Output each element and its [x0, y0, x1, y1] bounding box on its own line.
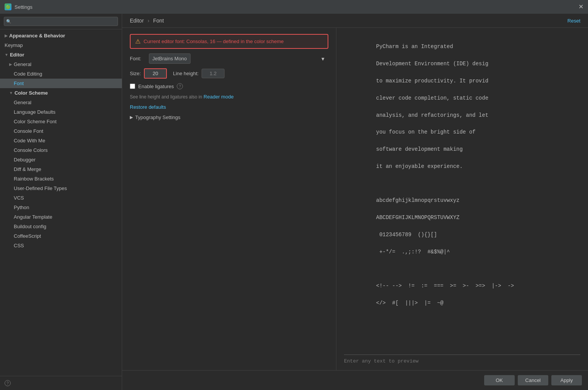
sidebar-item-console-font[interactable]: Console Font: [0, 126, 122, 136]
preview-text: PyCharm is an Integrated Development Env…: [344, 34, 580, 351]
sidebar-item-angular-template[interactable]: Angular Template: [0, 212, 122, 222]
breadcrumb-font: Font: [153, 18, 164, 24]
preview-input[interactable]: [344, 358, 580, 364]
sidebar-item-code-editing[interactable]: Code Editing: [0, 69, 122, 79]
preview-bottom: [344, 355, 580, 364]
font-label: Font:: [130, 56, 145, 61]
preview-line1: PyCharm is an Integrated: [376, 44, 453, 50]
title-bar: 🟢 Settings ✕: [0, 0, 588, 14]
size-input[interactable]: [144, 68, 167, 79]
preview-line15: <!-- --> != := === >= >- >=> |-> ->: [376, 283, 514, 289]
title-bar-left: 🟢 Settings: [5, 3, 32, 10]
preview-line4: clever code completion, static code: [376, 95, 488, 101]
sidebar-item-appearance[interactable]: ▶ Appearance & Behavior: [0, 31, 122, 40]
main-container: 🔍 ▶ Appearance & Behavior Keymap ▼ Edito…: [0, 14, 588, 390]
size-row: Size: Line height:: [130, 68, 328, 79]
preview-line7: software development making: [376, 146, 463, 152]
sidebar-item-keymap[interactable]: Keymap: [0, 40, 122, 50]
sidebar-item-debugger[interactable]: Debugger: [0, 155, 122, 164]
sidebar-item-console-colors[interactable]: Console Colors: [0, 145, 122, 155]
ligatures-row: Enable ligatures ?: [130, 83, 328, 89]
sidebar-item-css[interactable]: CSS: [0, 241, 122, 250]
sidebar-item-editor[interactable]: ▼ Editor: [0, 50, 122, 60]
sidebar-item-color-scheme[interactable]: ▼ Color Scheme: [0, 88, 122, 98]
sidebar: 🔍 ▶ Appearance & Behavior Keymap ▼ Edito…: [0, 14, 122, 390]
window-title: Settings: [15, 4, 32, 10]
reader-mode-link[interactable]: Reader mode: [204, 94, 234, 100]
preview-line10: abcdefghijklmnopqrstuvwxyz: [376, 197, 459, 203]
sidebar-item-buildout-config[interactable]: Buildout config: [0, 222, 122, 231]
preview-line2: Development Environment (IDE) desig: [376, 61, 488, 67]
sidebar-item-coffeescript[interactable]: CoffeeScript: [0, 231, 122, 241]
chevron-down-icon: ▼: [9, 91, 13, 95]
sidebar-content: ▶ Appearance & Behavior Keymap ▼ Editor …: [0, 29, 122, 376]
preview-area: PyCharm is an Integrated Development Env…: [336, 28, 588, 370]
search-wrapper: 🔍: [4, 17, 118, 26]
search-icon: 🔍: [6, 19, 11, 24]
preview-line3: to maximize productivity. It provid: [376, 78, 488, 84]
content-area: Editor › Font Reset ⚠ Current editor fon…: [122, 14, 588, 390]
breadcrumb: Editor › Font: [130, 18, 164, 24]
hint-row: See line height and ligatures also in Re…: [130, 94, 328, 100]
sidebar-item-color-scheme-general[interactable]: General: [0, 98, 122, 107]
sidebar-item-general[interactable]: ▶ General: [0, 60, 122, 69]
close-button[interactable]: ✕: [578, 4, 583, 10]
restore-row: Restore defaults: [130, 104, 328, 110]
settings-panel: ⚠ Current editor font: Consolas, 16 — de…: [122, 28, 336, 370]
preview-line13: +-*/= .,;:!? #&$%@|^: [376, 249, 450, 255]
apply-button[interactable]: Apply: [551, 375, 582, 385]
sidebar-item-user-defined-file-types[interactable]: User-Defined File Types: [0, 184, 122, 193]
font-select-wrapper: JetBrains Mono Consolas Courier New Fira…: [149, 53, 328, 64]
restore-defaults-link[interactable]: Restore defaults: [130, 104, 166, 110]
font-select[interactable]: JetBrains Mono Consolas Courier New Fira…: [149, 53, 191, 64]
sidebar-item-font[interactable]: Font: [0, 79, 122, 88]
typography-section[interactable]: ▶ Typography Settings: [130, 114, 328, 120]
search-input[interactable]: [4, 17, 118, 26]
ligatures-help-icon[interactable]: ?: [177, 83, 183, 89]
dropdown-arrow-icon: ▼: [320, 56, 325, 61]
line-height-label: Line height:: [173, 71, 199, 76]
chevron-right-icon: ▶: [5, 34, 8, 38]
content-header: Editor › Font Reset: [122, 14, 588, 28]
line-height-group: Line height:: [173, 69, 225, 78]
preview-line6: you focus on the bright side of: [376, 129, 475, 135]
preview-line11: ABCDEFGHIJKLMNOPQRSTUVWXYZ: [376, 214, 459, 221]
breadcrumb-separator: ›: [147, 18, 149, 24]
search-box: 🔍: [0, 14, 122, 29]
app-icon: 🟢: [5, 3, 11, 10]
sidebar-item-code-with-me[interactable]: Code With Me: [0, 136, 122, 145]
size-group: Size:: [130, 68, 167, 79]
font-row: Font: JetBrains Mono Consolas Courier Ne…: [130, 53, 328, 64]
sidebar-item-diff-merge[interactable]: Diff & Merge: [0, 164, 122, 174]
reset-link[interactable]: Reset: [567, 18, 580, 24]
warning-text: Current editor font: Consolas, 16 — defi…: [144, 39, 284, 44]
footer: OK Cancel Apply: [122, 370, 588, 390]
preview-line8: it an enjoyable experience.: [376, 163, 463, 169]
hint-text: See line height and ligatures also in: [130, 94, 202, 100]
sidebar-item-language-defaults[interactable]: Language Defaults: [0, 107, 122, 117]
warning-icon: ⚠: [135, 38, 141, 45]
warning-box: ⚠ Current editor font: Consolas, 16 — de…: [130, 34, 328, 49]
sidebar-item-color-scheme-font[interactable]: Color Scheme Font: [0, 117, 122, 126]
sidebar-item-python[interactable]: Python: [0, 203, 122, 212]
preview-line16: </> #[ |||> |= ~@: [376, 300, 443, 306]
preview-line5: analysis, and refactorings, and let: [376, 112, 488, 118]
sidebar-item-rainbow-brackets[interactable]: Rainbow Brackets: [0, 174, 122, 184]
line-height-input[interactable]: [202, 69, 225, 78]
ligatures-label[interactable]: Enable ligatures: [138, 84, 174, 89]
typography-label: Typography Settings: [135, 114, 181, 120]
chevron-down-icon: ▼: [5, 53, 8, 57]
preview-line12: 0123456789 (){}[]: [376, 232, 437, 238]
breadcrumb-editor: Editor: [130, 18, 144, 24]
ligatures-checkbox[interactable]: [130, 84, 135, 89]
sidebar-item-vcs[interactable]: VCS: [0, 193, 122, 203]
help-icon[interactable]: ?: [5, 380, 11, 386]
content-body: ⚠ Current editor font: Consolas, 16 — de…: [122, 28, 588, 370]
ok-button[interactable]: OK: [484, 375, 515, 385]
cancel-button[interactable]: Cancel: [518, 375, 548, 385]
typography-chevron-icon: ▶: [130, 115, 133, 120]
size-label: Size:: [130, 71, 141, 76]
chevron-right-icon: ▶: [9, 62, 12, 66]
